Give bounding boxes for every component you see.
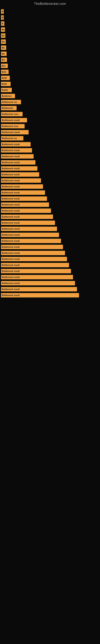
bar-row: Bottleneck result [1,268,100,274]
bar-row: Bottle [1,87,100,93]
bar-row: Bottleneck result [1,196,100,202]
bottleneck-bar: Bottleneck result [1,196,47,201]
bar-row: Bo [1,39,100,44]
site-title: TheBottlenecker.com [0,0,100,7]
bottleneck-bar: Bottleneck resu [1,112,23,116]
bottleneck-bar: Bottleneck res [1,136,23,140]
bottleneck-bar: Bottleneck result [1,226,57,231]
bottleneck-bar: Bottleneck result [1,214,53,219]
bottleneck-bar: Bottleneck result [1,251,65,255]
bar-row: Bottl [1,81,100,87]
bottleneck-bar: Bottleneck result [1,293,79,298]
bottleneck-bar: Bottleneck result [1,160,35,164]
bars-container: BBBBoBoBoBoBoBoBotBottBottlBottlBottleBo… [0,7,100,298]
bottleneck-bar: Bottleneck result [1,269,71,273]
bottleneck-bar: Bottleneck result [1,257,67,261]
bottleneck-bar: Bo [1,34,5,38]
bar-row: Bottleneck result [1,142,100,147]
bottleneck-bar: Bottleneck result [1,263,69,267]
bottleneck-bar: Bottleneck result [1,184,43,189]
bar-row: Bo [1,27,100,32]
bar-row: Bottleneck result [1,178,100,183]
bar-row: Bottleneck result [1,232,100,238]
bottleneck-bar: Bottleneck result [1,172,39,177]
bar-row: Bottleneck result [1,202,100,208]
bottleneck-bar: Bottleneck result [1,220,55,225]
bar-row: Bott [1,69,100,75]
bottleneck-bar: Bott [1,70,9,74]
bar-row: Bottlenec [1,93,100,99]
bottleneck-bar: Bottleneck result [1,239,61,243]
bottleneck-bar: Bottleneck result [1,166,37,171]
bar-row: Bottleneck [1,105,100,111]
bar-row: Bo [1,33,100,38]
bar-row: Bottleneck res [1,136,100,141]
bottleneck-bar: Bottleneck result [1,202,49,207]
bottleneck-bar: Bottleneck result [1,245,63,249]
bar-row: Bottleneck result [1,244,100,250]
bar-row: Bottleneck result [1,292,100,298]
bottleneck-bar: Bottl [1,76,10,80]
bar-row: Bottleneck result [1,190,100,196]
bar-row: Bottleneck result [1,154,100,159]
bar-row: Bottleneck result [1,172,100,177]
bottleneck-bar: Bo [1,27,5,32]
bar-row: Bottleneck result [1,184,100,190]
bar-row: Bottleneck result [1,148,100,153]
bottleneck-bar: B [1,15,4,20]
bottleneck-bar: Bottleneck resu [1,124,25,128]
bar-row: Bottleneck result [1,220,100,226]
bottleneck-bar: Bottl [1,82,11,86]
bottleneck-bar: Bottle [1,88,12,92]
bar-row: Bottleneck result [1,238,100,244]
bottleneck-bar: Bottleneck result [1,178,41,183]
bar-row: B [1,15,100,20]
bar-row: Bottleneck resu [1,123,100,129]
bar-row: Bottleneck result [1,250,100,256]
bottleneck-bar: Bottleneck result [1,154,34,158]
bottleneck-bar: Bottleneck result [1,275,73,279]
bottleneck-bar: Bottleneck result [1,130,29,134]
bar-row: Bottleneck result [1,262,100,268]
bottleneck-bar: Bottleneck result [1,190,45,195]
bottleneck-bar: Bo [1,40,6,44]
bottleneck-bar: Bottleneck result [1,142,31,146]
bottleneck-bar: Bottleneck result [1,148,32,152]
bar-row: B [1,21,100,26]
bar-row: Bottleneck result [1,214,100,220]
bottleneck-bar: Bottleneck result [1,208,51,213]
bar-row: Bottleneck result [1,256,100,262]
bar-row: Bo [1,57,100,62]
bar-row: Bottleneck result [1,208,100,214]
bottleneck-bar: B [1,9,4,14]
bar-row: B [1,9,100,14]
bar-row: Bo [1,51,100,56]
bottleneck-bar: Bo [1,58,7,62]
bottleneck-bar: Bo [1,46,6,50]
bar-row: Bottleneck result [1,226,100,232]
bottleneck-bar: Bot [1,64,8,68]
bar-row: Bo [1,45,100,50]
bottleneck-bar: Bottleneck result [1,287,77,292]
bar-row: Bottleneck res [1,99,100,105]
bottleneck-bar: Bottleneck result [1,281,75,285]
bar-row: Bottleneck result [1,166,100,171]
bar-row: Bottleneck result [1,130,100,135]
bottleneck-bar: Bottleneck [1,106,17,110]
bar-row: Bottleneck resu [1,111,100,117]
bottleneck-bar: Bottleneck res [1,100,21,104]
bottleneck-bar: Bottleneck result [1,233,59,237]
bar-row: Bottleneck result [1,280,100,286]
bar-row: Bottleneck result [1,274,100,280]
bar-row: Bottleneck result [1,286,100,292]
bottleneck-bar: Bottleneck result [1,118,27,122]
bar-row: Bottleneck result [1,160,100,165]
bar-row: Bottl [1,75,100,81]
bar-row: Bottleneck result [1,117,100,123]
bottleneck-bar: Bo [1,52,7,56]
bar-row: Bot [1,63,100,69]
bottleneck-bar: B [1,21,4,26]
bottleneck-bar: Bottlenec [1,94,15,98]
